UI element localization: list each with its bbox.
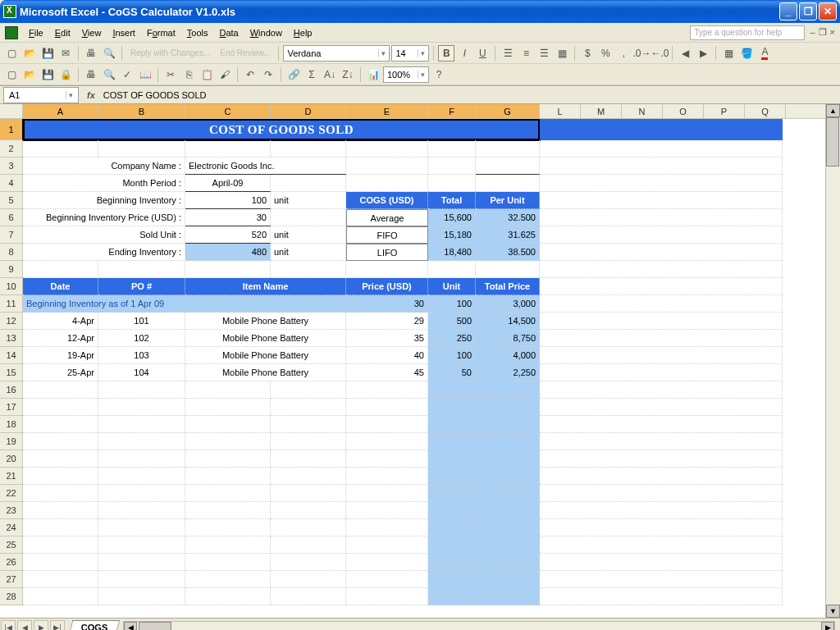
r3-date[interactable]: 25-Apr	[23, 364, 98, 381]
comma-icon[interactable]: ,	[615, 45, 632, 62]
permission-icon[interactable]: 🔒	[57, 66, 74, 83]
th-date[interactable]: Date	[23, 278, 98, 295]
r3-total[interactable]: 2,250	[476, 364, 540, 381]
begin-price[interactable]: 30	[346, 295, 428, 313]
row-20[interactable]: 20	[0, 450, 23, 468]
row-14[interactable]: 14	[0, 347, 23, 364]
sort-asc-icon[interactable]: A↓	[322, 66, 338, 83]
wb-close-icon[interactable]: ×	[830, 27, 835, 38]
r3-price[interactable]: 45	[346, 364, 428, 381]
unit-label-2[interactable]: unit	[271, 226, 346, 244]
tab-first-icon[interactable]: |◀	[1, 620, 16, 631]
scroll-down-icon[interactable]: ▼	[826, 605, 840, 618]
align-left-icon[interactable]: ☰	[500, 45, 516, 62]
tab-next-icon[interactable]: ▶	[34, 620, 48, 631]
r3-unit[interactable]: 50	[428, 364, 476, 381]
row-13[interactable]: 13	[0, 330, 23, 347]
value-beginv[interactable]: 100	[185, 192, 271, 209]
row-19[interactable]: 19	[0, 433, 23, 450]
row-12[interactable]: 12	[0, 313, 23, 330]
currency-icon[interactable]: $	[579, 45, 596, 62]
menu-data[interactable]: Data	[213, 25, 244, 40]
unit-label[interactable]: unit	[271, 192, 346, 209]
zoom-selector[interactable]: 100%▾	[383, 66, 429, 83]
format-painter-icon[interactable]: 🖌	[217, 66, 233, 83]
sort-desc-icon[interactable]: Z↓	[340, 66, 356, 83]
cogs-total-1[interactable]: 15,180	[428, 226, 476, 244]
col-Q[interactable]: Q	[745, 104, 786, 118]
r1-unit[interactable]: 250	[428, 330, 476, 347]
menu-insert[interactable]: Insert	[107, 25, 141, 40]
italic-button[interactable]: I	[456, 45, 472, 62]
r0-date[interactable]: 4-Apr	[23, 313, 98, 330]
col-E[interactable]: E	[346, 104, 428, 118]
r3-po[interactable]: 104	[98, 364, 185, 381]
col-L[interactable]: L	[540, 104, 581, 118]
preview-icon[interactable]: 🔍	[101, 45, 117, 62]
cogs-per-2[interactable]: 38.500	[476, 244, 540, 261]
help-icon[interactable]: ?	[431, 66, 447, 83]
row-6[interactable]: 6	[0, 209, 23, 226]
r3-item[interactable]: Mobile Phone Battery	[185, 364, 346, 381]
mail-icon[interactable]: ✉	[57, 45, 74, 62]
align-right-icon[interactable]: ☰	[536, 45, 552, 62]
chart-wizard-icon[interactable]: 📊	[365, 66, 381, 83]
merge-center-icon[interactable]: ▦	[554, 45, 570, 62]
r1-total[interactable]: 8,750	[476, 330, 540, 347]
r0-item[interactable]: Mobile Phone Battery	[185, 313, 346, 330]
spelling-icon[interactable]: ✓	[119, 66, 135, 83]
r2-total[interactable]: 4,000	[476, 347, 540, 364]
decrease-indent-icon[interactable]: ◀	[677, 45, 693, 62]
undo-icon[interactable]: ↶	[242, 66, 258, 83]
begin-unit[interactable]: 100	[428, 295, 476, 313]
label-company[interactable]: Company Name :	[23, 158, 185, 175]
fill-color-icon[interactable]: 🪣	[738, 45, 755, 62]
print-button-icon[interactable]: 🖶	[83, 66, 99, 83]
new-icon[interactable]: ▢	[3, 45, 20, 62]
value-beginvprice[interactable]: 30	[185, 209, 271, 226]
label-beginv[interactable]: Beginning Inventory :	[23, 192, 185, 209]
cogs-method-1[interactable]: FIFO	[346, 226, 428, 244]
row-18[interactable]: 18	[0, 416, 23, 433]
font-selector[interactable]: Verdana▾	[283, 45, 390, 62]
value-month[interactable]: April-09	[185, 175, 271, 192]
name-box[interactable]: A1▾	[3, 87, 79, 103]
th-total[interactable]: Total Price	[476, 278, 540, 295]
label-beginvprice[interactable]: Beginning Inventory Price (USD) :	[23, 209, 185, 226]
formula-input[interactable]: COST OF GOODS SOLD	[100, 90, 840, 100]
cogs-method-2[interactable]: LIFO	[346, 244, 428, 261]
underline-button[interactable]: U	[474, 45, 491, 62]
cogs-hdr[interactable]: COGS (USD)	[346, 192, 428, 209]
row-26[interactable]: 26	[0, 554, 23, 571]
row-17[interactable]: 17	[0, 399, 23, 416]
r1-price[interactable]: 35	[346, 330, 428, 347]
col-D[interactable]: D	[271, 104, 346, 118]
row-1[interactable]: 1	[0, 119, 23, 140]
row-21[interactable]: 21	[0, 468, 23, 485]
reply-changes-button[interactable]: Reply with Changes...	[126, 45, 214, 62]
menu-file[interactable]: File	[23, 25, 49, 40]
r1-item[interactable]: Mobile Phone Battery	[185, 330, 346, 347]
row-8[interactable]: 8	[0, 244, 23, 261]
print-icon[interactable]: 🖶	[83, 45, 99, 62]
vertical-scrollbar[interactable]: ▲ ▼	[825, 104, 840, 618]
row-24[interactable]: 24	[0, 519, 23, 536]
col-M[interactable]: M	[581, 104, 622, 118]
col-A[interactable]: A	[23, 104, 98, 118]
label-endinv[interactable]: Ending Inventory :	[23, 244, 185, 261]
cogs-per-0[interactable]: 32.500	[476, 209, 540, 226]
minimize-button[interactable]: _	[779, 2, 797, 21]
row-4[interactable]: 4	[0, 175, 23, 192]
row-28[interactable]: 28	[0, 588, 23, 605]
row-5[interactable]: 5	[0, 192, 23, 209]
end-review-button[interactable]: End Review...	[216, 45, 274, 62]
th-item[interactable]: Item Name	[185, 278, 346, 295]
col-P[interactable]: P	[704, 104, 745, 118]
cogs-total-hdr[interactable]: Total	[428, 192, 476, 209]
row-3[interactable]: 3	[0, 158, 23, 175]
sheet-tab-cogs[interactable]: COGS	[69, 620, 121, 630]
th-unit[interactable]: Unit	[428, 278, 476, 295]
col-C[interactable]: C	[185, 104, 271, 118]
wb-minimize-icon[interactable]: –	[810, 27, 815, 38]
row-2[interactable]: 2	[0, 140, 23, 158]
